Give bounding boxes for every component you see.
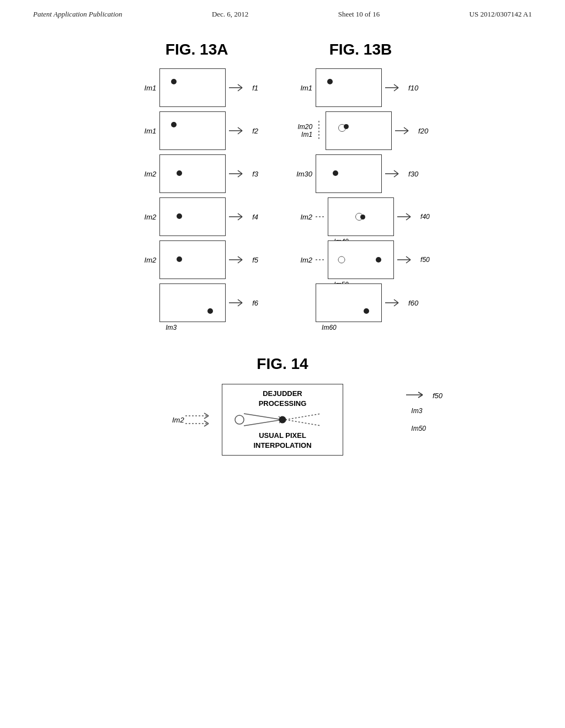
- header-sheet: Sheet 10 of 16: [338, 10, 380, 19]
- fig13b-section: FIG. 13B Im1 f10: [291, 41, 430, 322]
- frame-f5-arrow: [229, 254, 247, 265]
- frame-f1-arrow: [229, 82, 247, 93]
- header-publication-type: Patent Application Publication: [33, 10, 122, 19]
- frame-f4-left-label: Im2: [135, 213, 156, 221]
- svg-line-16: [238, 299, 242, 303]
- frame-f2-dot: [171, 122, 177, 127]
- fig13a-section: FIG. 13A Im1 f1: [135, 41, 258, 322]
- svg-line-4: [238, 127, 242, 131]
- svg-line-17: [238, 303, 242, 306]
- fig14-right-label-im3: Im3: [411, 407, 426, 415]
- frame-f2-arrow: [229, 125, 247, 136]
- frame-f5: Im2 f5: [135, 240, 258, 279]
- frame-f30-dot: [333, 170, 338, 176]
- fig14-f50-text: f50: [433, 392, 443, 400]
- svg-line-27: [394, 174, 398, 177]
- frame-f60-arrow: [385, 297, 403, 308]
- svg-line-45: [244, 414, 282, 420]
- frame-f6-bottom-label: Im3: [166, 324, 177, 331]
- frame-f3-box: [159, 154, 226, 193]
- frame-f40-dashed-h: [316, 213, 324, 221]
- frame-f6-dot: [207, 308, 213, 314]
- svg-line-37: [394, 299, 398, 303]
- fig14-wrapper: Im2 DEJUDDERPROCESSING: [172, 384, 393, 456]
- frame-f10-arrow: [385, 82, 403, 93]
- svg-point-51: [235, 415, 244, 424]
- frame-f60-dot: [364, 308, 369, 314]
- svg-line-7: [238, 170, 242, 174]
- fig14-right-label-im50: Im50: [411, 425, 426, 432]
- frame-f4: Im2 f4: [135, 197, 258, 236]
- fig13b-frames: Im1 f10 Im20 Im1: [291, 68, 430, 322]
- frame-f20-right-label: f20: [418, 127, 428, 135]
- svg-line-31: [406, 217, 411, 220]
- main-content: FIG. 13A Im1 f1: [0, 24, 565, 467]
- frame-f5-left-label: Im2: [135, 256, 156, 264]
- svg-line-30: [406, 213, 411, 217]
- header-date: Dec. 6, 2012: [212, 10, 248, 19]
- svg-line-38: [394, 303, 398, 306]
- frame-f1-right-label: f1: [252, 84, 258, 92]
- svg-line-8: [238, 174, 242, 177]
- fig14-dashed-arrows: [185, 411, 213, 428]
- frame-f6: Im2 Im3 f6: [135, 283, 258, 322]
- fig14-section: FIG. 14 Im2: [33, 355, 532, 456]
- frame-f10-left-label: Im1: [291, 84, 312, 92]
- frame-f1-dot: [171, 79, 177, 84]
- svg-line-48: [244, 420, 282, 426]
- svg-line-2: [238, 88, 242, 91]
- frame-f3-dot: [177, 170, 182, 176]
- frame-f50: Im2 Im50: [291, 240, 430, 279]
- fig14-left-label: Im2: [172, 416, 184, 424]
- frame-f10-box: [316, 68, 382, 107]
- frame-f50-box: Im50: [328, 240, 394, 279]
- frame-f4-right-label: f4: [252, 213, 258, 221]
- frame-f20-arrow: [395, 125, 413, 136]
- frame-f20-box: [326, 111, 392, 150]
- frame-f50-dot: [376, 257, 381, 263]
- frame-f60-box: Im60: [316, 283, 382, 322]
- frame-f50-arrow: [397, 254, 415, 265]
- fig14-right-labels: Im3 Im50: [411, 407, 426, 432]
- fig14-f50-arrow: [406, 389, 428, 398]
- frame-f60: Im2 Im60 f60: [291, 283, 430, 322]
- page-header: Patent Application Publication Dec. 6, 2…: [0, 0, 565, 24]
- svg-line-13: [238, 256, 242, 260]
- fig14-f50-label: f50: [406, 389, 443, 400]
- frame-f20-top-label: Im20: [291, 123, 312, 131]
- fig14-top-text: DEJUDDERPROCESSING: [259, 389, 307, 409]
- frame-f60-right-label: f60: [408, 299, 418, 307]
- figures-row-13: FIG. 13A Im1 f1: [33, 41, 532, 322]
- fig14-title: FIG. 14: [257, 355, 308, 373]
- frame-f40-arrow: [397, 211, 415, 222]
- svg-line-35: [406, 260, 411, 263]
- frame-f2-right-label: f2: [252, 127, 258, 135]
- frame-f40-box: Im40: [328, 197, 394, 236]
- svg-line-11: [238, 217, 242, 220]
- frame-f40: Im2 Im40: [291, 197, 430, 236]
- svg-line-1: [238, 84, 242, 88]
- fig14-left-group: Im2: [172, 411, 213, 428]
- frame-f3-arrow: [229, 168, 247, 179]
- frame-f5-right-label: f5: [252, 256, 258, 264]
- frame-f2: Im1 f2: [135, 111, 258, 150]
- frame-f30: Im30 f30: [291, 154, 430, 193]
- frame-f6-arrow: [229, 297, 247, 308]
- fig13b-title: FIG. 13B: [329, 41, 392, 58]
- frame-f4-box: [159, 197, 226, 236]
- frame-f5-dot: [177, 256, 182, 262]
- frame-f60-bottom-label: Im60: [322, 324, 337, 331]
- frame-f10-dot: [327, 79, 333, 84]
- fig13a-frames: Im1 f1 Im1: [135, 68, 258, 322]
- svg-line-23: [404, 127, 408, 131]
- frame-f4-dot: [177, 213, 182, 219]
- svg-line-24: [404, 131, 408, 134]
- frame-f6-box: Im3: [159, 283, 226, 322]
- svg-line-20: [394, 88, 398, 91]
- frame-f50-left-label: Im2: [291, 256, 312, 264]
- svg-line-26: [394, 170, 398, 174]
- frame-f50-dashed-h: [316, 256, 324, 264]
- svg-line-10: [238, 213, 242, 217]
- frame-f30-arrow: [385, 168, 403, 179]
- frame-f5-box: [159, 240, 226, 279]
